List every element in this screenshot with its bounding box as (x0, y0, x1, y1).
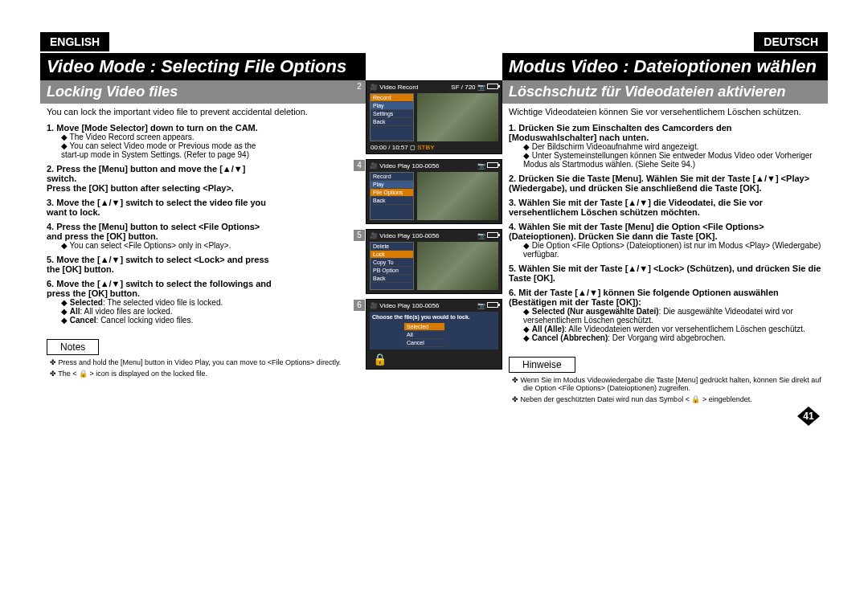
steps-de: 1. Drücken Sie zum Einschalten des Camco… (502, 120, 828, 350)
preview-image (417, 242, 498, 290)
title-de: Modus Video : Dateioptionen wählen (502, 53, 828, 80)
title-en: Video Mode : Selecting File Options (40, 53, 366, 80)
page-number: 41 (797, 407, 820, 426)
screenshot-column: 2 🎥 Video RecordSF / 720 📷 Record Play S… (366, 32, 502, 410)
german-column: DEUTSCH Modus Video : Dateioptionen wähl… (502, 32, 828, 410)
battery-icon (487, 232, 498, 238)
battery-icon (487, 302, 498, 308)
battery-icon (487, 84, 498, 89)
intro-de: Wichtige Videodateien können Sie vor ver… (502, 104, 828, 120)
subtitle-en: Locking Video files (40, 80, 366, 104)
manual-page: ENGLISH Video Mode : Selecting File Opti… (0, 0, 868, 442)
notes-en: Notes Press and hold the [Menu] button i… (47, 339, 359, 378)
menu-s4: Record Play File Options Back (370, 172, 414, 220)
screen-5: 5 🎥 Video Play 100-0056📷 Delete Lock Cop… (366, 229, 502, 294)
menu-s5: Delete Lock Copy To PB Option Back (370, 242, 414, 290)
screen-4: 4 🎥 Video Play 100-0056📷 Record Play Fil… (366, 159, 502, 224)
prompt-s6: Choose the file(s) you would to lock. Se… (370, 312, 498, 349)
lang-tab-de: DEUTSCH (754, 32, 828, 51)
english-column: ENGLISH Video Mode : Selecting File Opti… (40, 32, 366, 410)
notes-de: Hinweise Wenn Sie im Modus Videowiederga… (509, 357, 821, 403)
preview-image (417, 172, 498, 220)
screen-6: 6 🎥 Video Play 100-0056📷 Choose the file… (366, 299, 502, 370)
lock-icon: 🔒 (373, 353, 387, 366)
preview-image (417, 93, 498, 141)
screen-2: 2 🎥 Video RecordSF / 720 📷 Record Play S… (366, 80, 502, 154)
steps-en: 1. Move [Mode Selector] down to turn on … (40, 120, 281, 333)
subtitle-de: Löschschutz für Videodateien aktivieren (502, 80, 828, 104)
intro-en: You can lock the important video file to… (40, 104, 366, 120)
battery-icon (487, 162, 498, 168)
lang-tab-en: ENGLISH (40, 32, 109, 51)
menu-s2: Record Play Settings Back (370, 93, 414, 141)
